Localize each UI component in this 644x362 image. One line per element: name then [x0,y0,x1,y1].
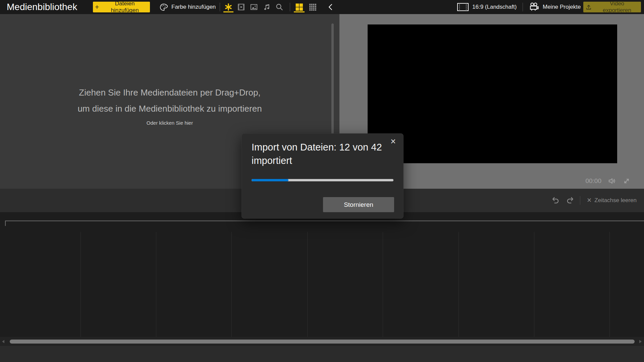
aspect-ratio-button[interactable]: 16:9 (Landschaft) [455,0,519,14]
import-dialog-title: Import von Dateien: 12 von 42 importiert [252,140,394,167]
clear-timeline-button[interactable]: × Zeitachse leeren [585,196,639,205]
music-note-icon [262,3,271,11]
tab-audio[interactable] [260,0,273,14]
top-bar: Medienbibliothek + Dateien hinzufügen Fa… [0,0,644,14]
dropzone[interactable]: Ziehen Sie Ihre Mediendateien per Drag+D… [0,84,339,126]
import-progress-bar [252,179,393,181]
timeline-grid-line [307,232,308,337]
filmstrip-icon [237,3,246,11]
add-color-label: Farbe hinzufügen [171,4,216,10]
timeline-grid-line [80,232,81,337]
timeline-grid-line [459,232,459,337]
active-tab-underline [223,11,233,12]
scroll-right-arrow-icon[interactable] [639,340,642,343]
tab-images[interactable] [248,0,260,14]
my-projects-button[interactable]: Meine Projekte [527,0,583,14]
add-files-label: Dateien hinzufügen [102,0,148,14]
fullscreen-button[interactable] [623,177,631,185]
media-type-tabs [222,0,286,14]
divider [580,196,580,205]
divider [290,3,290,11]
image-icon [250,3,258,11]
movie-camera-icon [529,2,539,12]
search-icon [275,3,284,11]
tab-videos[interactable] [235,0,248,14]
collapse-panel-button[interactable] [324,0,337,14]
app-root: Medienbibliothek + Dateien hinzufügen Fa… [0,0,644,362]
timeline-grid-line [156,232,156,337]
bottom-strip [0,346,644,362]
timeline-grid-line [231,232,232,337]
timeline-scrollbar-thumb[interactable] [10,340,635,344]
aspect-ratio-icon [457,2,469,12]
import-progress-fill [252,179,288,181]
timeline-grid-line [383,232,383,337]
export-video-button[interactable]: Video exportieren [583,2,641,12]
page-title: Medienbibliothek [7,0,77,14]
grid-small-view-button[interactable] [306,0,319,14]
clear-icon: × [587,196,591,204]
timeline-corner [5,221,6,226]
timeline-top-border [5,221,644,221]
view-toggles [292,0,319,14]
redo-button[interactable] [565,195,575,205]
video-canvas [368,24,617,163]
undo-icon [551,196,560,205]
redo-icon [566,196,575,205]
dropzone-line2: um diese in die Medienbibliothek zu impo… [0,101,339,117]
timeline-grid-line [534,232,534,337]
expand-icon [623,177,631,185]
playback-time: 00:00 [585,177,601,185]
active-view-underline [294,11,305,12]
timeline[interactable] [0,212,644,337]
grid-2x2-icon [294,2,304,12]
tab-search[interactable] [273,0,286,14]
undo-button[interactable] [550,195,560,205]
chevron-left-icon [327,3,335,11]
grid-4x4-icon [308,3,317,11]
palette-icon [159,3,168,12]
scroll-left-arrow-icon[interactable] [2,340,4,343]
timeline-scrollbar[interactable] [0,337,644,346]
aspect-ratio-label: 16:9 (Landschaft) [472,4,517,10]
export-video-label: Video exportieren [595,0,639,14]
clear-timeline-label: Zeitachse leeren [594,197,637,204]
dropzone-line1: Ziehen Sie Ihre Mediendateien per Drag+D… [0,84,339,101]
dropzone-hint[interactable]: Oder klicken Sie hier [0,120,339,126]
my-projects-label: Meine Projekte [543,4,581,10]
asterisk-icon [224,3,233,11]
upload-icon [585,4,592,10]
plus-icon: + [95,3,99,10]
grid-large-view-button[interactable] [292,0,306,14]
volume-button[interactable] [608,177,616,185]
timeline-grid-line [609,232,610,337]
divider [523,3,523,11]
import-dialog: × Import von Dateien: 12 von 42 importie… [241,133,404,219]
add-files-button[interactable]: + Dateien hinzufügen [93,2,150,12]
tab-stock-asterisk[interactable] [222,0,235,14]
speaker-icon [608,177,616,185]
add-color-button[interactable]: Farbe hinzufügen [157,0,218,14]
divider [220,3,220,11]
cancel-button[interactable]: Stornieren [323,197,394,212]
